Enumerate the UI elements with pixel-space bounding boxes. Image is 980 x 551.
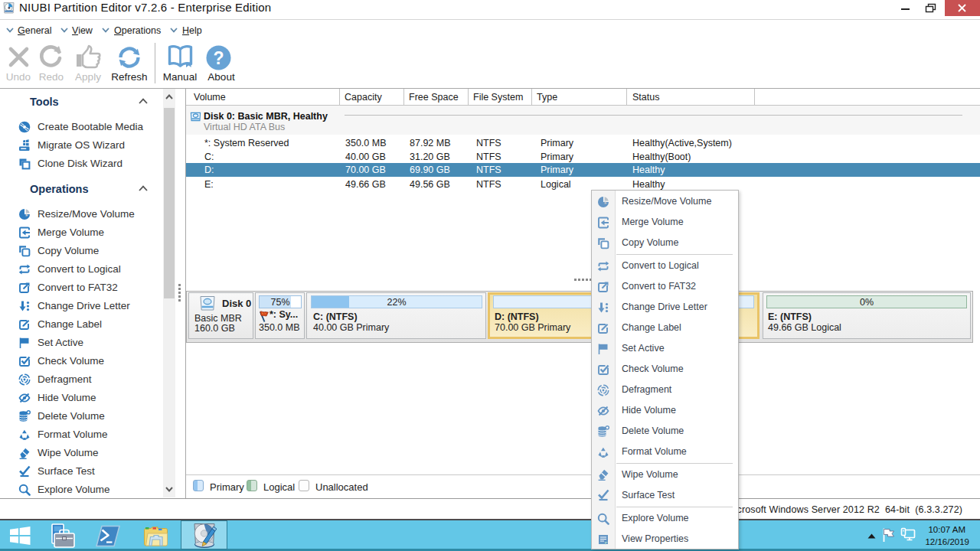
svg-text:?: ? xyxy=(213,48,224,68)
